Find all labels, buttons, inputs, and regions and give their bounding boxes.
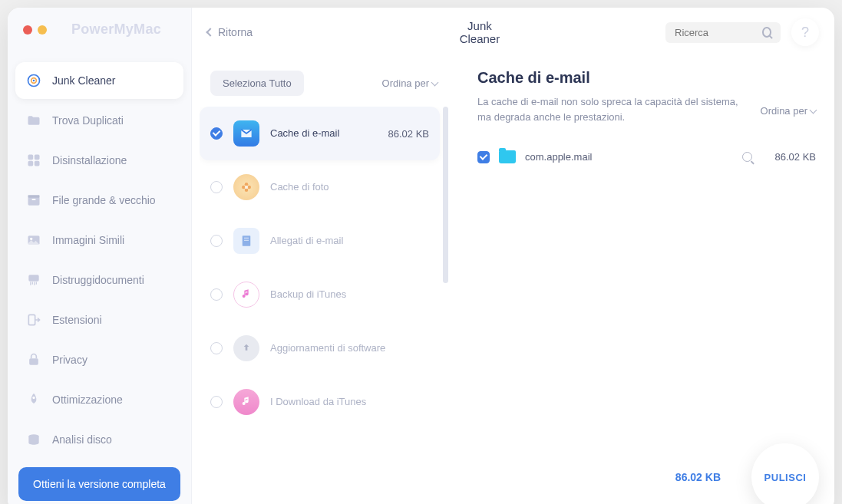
disk-icon <box>26 432 41 447</box>
category-checkbox[interactable] <box>210 181 223 193</box>
category-label: Allegati di e-mail <box>270 235 429 248</box>
category-checkbox[interactable] <box>210 288 223 301</box>
search-box[interactable] <box>665 22 781 43</box>
chevron-down-icon <box>431 78 439 86</box>
sidebar-item-label: Immagini Simili <box>52 234 124 246</box>
category-photo-cache[interactable]: Cache di foto <box>200 160 440 214</box>
topbar: Ritorna Junk Cleaner ? <box>192 8 834 57</box>
folder-icon <box>26 113 41 128</box>
sidebar-item-similar-images[interactable]: Immagini Simili <box>15 222 183 259</box>
sidebar-item-extensions[interactable]: Estensioni <box>15 301 183 338</box>
categories-panel: Seleziona Tutto Ordina per Cache di <box>192 57 454 450</box>
category-size: 86.02 KB <box>388 128 430 140</box>
category-label: Aggiornamenti di software <box>270 342 429 355</box>
svg-point-2 <box>33 80 35 82</box>
sidebar-item-label: Junk Cleaner <box>52 74 116 87</box>
category-software-updates[interactable]: Aggiornamenti di software <box>200 321 440 375</box>
category-checkbox[interactable] <box>210 127 223 140</box>
category-email-attachments[interactable]: Allegati di e-mail <box>200 214 440 268</box>
sidebar-item-optimization[interactable]: Ottimizzazione <box>15 381 183 418</box>
details-order-by[interactable]: Ordina per <box>761 105 816 117</box>
attachment-icon <box>233 228 259 254</box>
music-download-icon <box>233 389 259 415</box>
categories-scrollbar[interactable] <box>443 107 448 443</box>
app-title: PowerMyMac <box>71 21 161 38</box>
file-item[interactable]: com.apple.mail 86.02 KB <box>477 144 816 170</box>
folder-icon <box>499 150 516 163</box>
back-label: Ritorna <box>218 26 253 38</box>
categories-header: Seleziona Tutto Ordina per <box>200 64 448 107</box>
svg-rect-18 <box>29 358 38 364</box>
shredder-icon <box>26 272 41 288</box>
details-title: Cache di e-mail <box>477 69 816 87</box>
category-label: Backup di iTunes <box>270 288 429 301</box>
category-checkbox[interactable] <box>210 342 223 354</box>
svg-rect-4 <box>35 155 40 160</box>
category-label: I Download da iTunes <box>270 396 429 409</box>
back-button[interactable]: Ritorna <box>207 26 253 38</box>
category-checkbox[interactable] <box>210 396 223 408</box>
svg-point-11 <box>30 238 32 240</box>
svg-rect-26 <box>243 236 251 246</box>
file-name: com.apple.mail <box>525 151 733 163</box>
category-label: Cache di e-mail <box>270 127 378 140</box>
category-email-cache[interactable]: Cache di e-mail 86.02 KB <box>200 107 440 160</box>
svg-rect-12 <box>28 275 38 281</box>
sidebar-item-junk-cleaner[interactable]: Junk Cleaner <box>15 62 183 99</box>
svg-rect-3 <box>28 155 34 160</box>
image-icon <box>26 232 41 248</box>
details-description: La cache di e-mail non solo spreca la ca… <box>477 94 745 124</box>
sidebar-item-privacy[interactable]: Privacy <box>15 341 183 378</box>
close-window-dot[interactable] <box>23 25 32 35</box>
chevron-left-icon <box>206 28 214 36</box>
cta-container: Ottieni la versione completa <box>18 467 180 501</box>
get-full-version-button[interactable]: Ottieni la versione completa <box>18 467 180 501</box>
sidebar-item-label: Privacy <box>52 354 88 366</box>
categories-order-by[interactable]: Ordina per <box>382 77 438 89</box>
category-checkbox[interactable] <box>210 235 223 247</box>
sidebar-item-duplicates[interactable]: Trova Duplicati <box>15 102 183 139</box>
sidebar-item-uninstall[interactable]: Disinstallazione <box>15 142 183 179</box>
sidebar-item-shredder[interactable]: Distruggidocumenti <box>15 262 183 298</box>
minimize-window-dot[interactable] <box>38 25 47 35</box>
mail-icon <box>233 120 259 147</box>
sidebar-item-label: Analisi disco <box>52 433 112 446</box>
category-itunes-backup[interactable]: Backup di iTunes <box>200 268 440 321</box>
categories-list[interactable]: Cache di e-mail 86.02 KB Cache di foto <box>200 107 443 443</box>
reveal-icon[interactable] <box>742 152 752 162</box>
svg-rect-9 <box>32 199 36 200</box>
sidebar-item-large-old[interactable]: File grande & vecchio <box>15 182 183 219</box>
logout-icon <box>26 312 41 328</box>
sidebar: PowerMyMac Junk Cleaner Trova Duplicati … <box>8 8 192 504</box>
footer: 86.02 KB PULISCI <box>376 443 834 504</box>
clean-button[interactable]: PULISCI <box>751 443 819 504</box>
music-icon <box>233 282 259 308</box>
rocket-icon <box>26 392 41 407</box>
file-checkbox[interactable] <box>477 151 490 163</box>
chevron-down-icon <box>810 106 817 114</box>
flower-icon <box>233 174 259 200</box>
file-size: 86.02 KB <box>775 151 817 163</box>
sidebar-item-disk-analysis[interactable]: Analisi disco <box>15 421 183 456</box>
category-itunes-downloads[interactable]: I Download da iTunes <box>200 375 440 429</box>
svg-rect-8 <box>28 195 40 197</box>
svg-rect-7 <box>28 196 40 206</box>
details-panel: Cache di e-mail La cache di e-mail non s… <box>454 57 834 450</box>
target-icon <box>26 73 41 88</box>
select-all-button[interactable]: Seleziona Tutto <box>210 71 304 96</box>
svg-point-19 <box>32 397 35 399</box>
svg-rect-17 <box>28 315 35 324</box>
scrollbar-thumb[interactable] <box>443 107 448 283</box>
lock-icon <box>26 352 41 367</box>
category-label: Cache di foto <box>270 181 429 194</box>
help-button[interactable]: ? <box>791 18 819 46</box>
total-size: 86.02 KB <box>675 471 721 483</box>
upload-icon <box>233 335 259 361</box>
box-icon <box>26 193 41 208</box>
search-input[interactable] <box>675 27 756 38</box>
sidebar-item-label: Distruggidocumenti <box>52 274 144 286</box>
svg-point-25 <box>245 186 249 189</box>
main: Ritorna Junk Cleaner ? Seleziona Tutto O… <box>192 8 834 504</box>
apps-icon <box>26 153 41 168</box>
sidebar-item-label: File grande & vecchio <box>52 194 156 206</box>
